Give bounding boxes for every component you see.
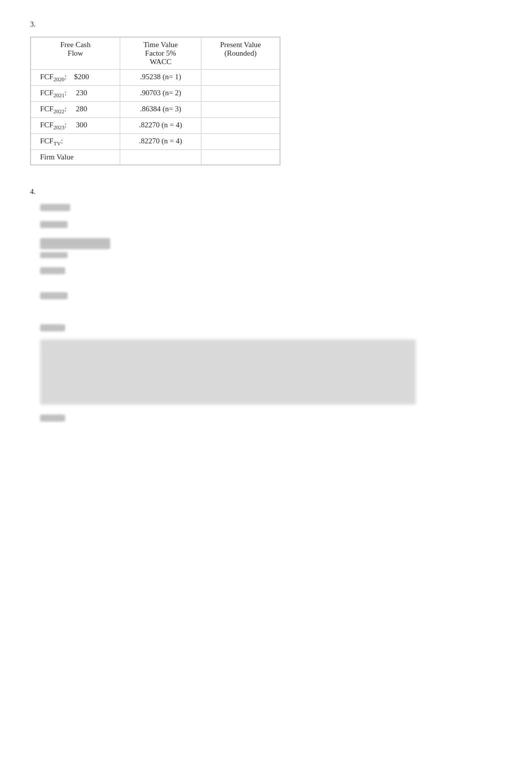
row-fcf-2022-tvf: .86384 (n= 3) bbox=[120, 102, 201, 118]
row-fcf-2021-label: FCF2021: 230 bbox=[31, 86, 120, 102]
row-fcf-2021-tvf: .90703 (n= 2) bbox=[120, 86, 201, 102]
table-row: FCF2022: 280 .86384 (n= 3) bbox=[31, 102, 280, 118]
subscript-2022: 2022 bbox=[54, 108, 65, 114]
row-fcf-2023-label: FCF2023: 300 bbox=[31, 118, 120, 134]
fcf-table: Free CashFlow Time ValueFactor 5%WACC Pr… bbox=[31, 37, 280, 165]
firm-value-pv bbox=[201, 150, 280, 165]
subscript-tv: TV bbox=[54, 140, 61, 146]
section-number-4: 4. bbox=[30, 187, 502, 196]
section-4: 4. bbox=[30, 187, 502, 422]
row-fcf-2023-tvf: .82270 (n = 4) bbox=[120, 118, 201, 134]
header-time-value: Time ValueFactor 5%WACC bbox=[120, 38, 201, 70]
header-present-value: Present Value(Rounded) bbox=[201, 38, 280, 70]
table-row: FCFTV: .82270 (n = 4) bbox=[31, 134, 280, 150]
row-fcf-2020-label: FCF2020: $200 bbox=[31, 70, 120, 86]
row-fcf-2021-pv bbox=[201, 86, 280, 102]
table-row-firm-value: Firm Value bbox=[31, 150, 280, 165]
row-fcf-2020-tvf: .95238 (n= 1) bbox=[120, 70, 201, 86]
subscript-2020: 2020 bbox=[54, 76, 65, 82]
blurred-data-table bbox=[40, 339, 416, 405]
blurred-content-3 bbox=[40, 238, 110, 249]
row-fcf-2022-label: FCF2022: 280 bbox=[31, 102, 120, 118]
row-fcf-2020-pv bbox=[201, 70, 280, 86]
blurred-content-4 bbox=[40, 267, 65, 274]
blurred-content-3b bbox=[40, 252, 68, 258]
row-fcf-tv-tvf: .82270 (n = 4) bbox=[120, 134, 201, 150]
blurred-content-1 bbox=[40, 204, 70, 211]
section-4-content bbox=[40, 204, 502, 422]
blurred-content-7 bbox=[40, 415, 65, 422]
blurred-content-2 bbox=[40, 221, 68, 228]
firm-value-label: Firm Value bbox=[31, 150, 120, 165]
row-fcf-tv-label: FCFTV: bbox=[31, 134, 120, 150]
section-number-3: 3. bbox=[30, 20, 502, 29]
section-3: 3. Free CashFlow Time ValueFactor 5%WACC… bbox=[30, 20, 502, 167]
firm-value-tvf bbox=[120, 150, 201, 165]
subscript-2023: 2023 bbox=[54, 124, 65, 130]
header-free-cash-flow: Free CashFlow bbox=[31, 38, 120, 70]
blurred-content-6 bbox=[40, 324, 65, 331]
row-fcf-2023-pv bbox=[201, 118, 280, 134]
fcf-table-wrapper: Free CashFlow Time ValueFactor 5%WACC Pr… bbox=[30, 37, 281, 165]
table-row: FCF2020: $200 .95238 (n= 1) bbox=[31, 70, 280, 86]
table-row: FCF2021: 230 .90703 (n= 2) bbox=[31, 86, 280, 102]
table-header-row: Free CashFlow Time ValueFactor 5%WACC Pr… bbox=[31, 38, 280, 70]
row-fcf-2022-pv bbox=[201, 102, 280, 118]
table-row: FCF2023: 300 .82270 (n = 4) bbox=[31, 118, 280, 134]
blurred-content-5 bbox=[40, 292, 68, 299]
subscript-2021: 2021 bbox=[54, 92, 65, 98]
row-fcf-tv-pv bbox=[201, 134, 280, 150]
